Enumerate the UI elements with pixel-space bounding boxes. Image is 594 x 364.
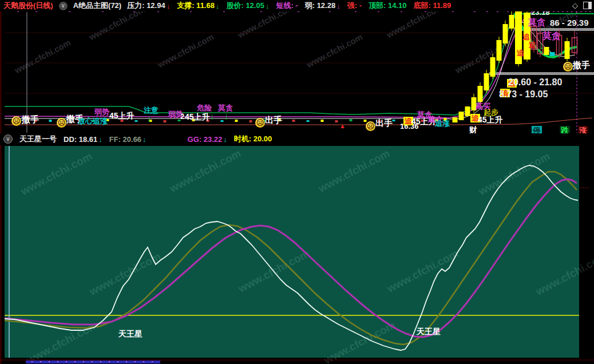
top-field-4: 弱: 12.28↓ (305, 1, 340, 11)
scrollbar-dot (100, 361, 101, 362)
sub-field-1: FF: 20.66↓ (109, 134, 146, 144)
main-indicator-name: A绝品主图(72) (73, 1, 122, 11)
collapse-main-indicator-icon[interactable]: ∨ (59, 2, 68, 10)
collapse-sub-indicator-icon[interactable]: ∨ (3, 134, 13, 144)
watermark: www.cfchi.com (304, 31, 364, 69)
watermark: www.cfchi.com (453, 37, 513, 75)
indicator-panel: www.cfchi.comwww.cfchi.comwww.cfchi.comw… (0, 145, 594, 364)
top-field-3: 短线: - (276, 1, 298, 11)
scrollbar-dot (66, 361, 67, 362)
scrollbar-dot (92, 361, 93, 362)
top-field-6: 顶部: 14.10 (369, 1, 406, 11)
top-field-7: 底部: 11.89 (413, 1, 451, 11)
top-indicator-bar: 天鹅股份(日线) ∨ A绝品主图(72) 压力: 12.94↓支撑: 11.68… (0, 0, 594, 11)
scrollbar-dot (57, 361, 58, 362)
sub-indicator-bar: ∨ 天王星一号 DD: 18.61↓FF: 20.66↓GG: 23.22↓时机… (0, 133, 594, 145)
scrollbar-dot (109, 361, 110, 362)
horizontal-scrollbar[interactable] (26, 361, 160, 363)
main-chart-panel: www.cfchi.comwww.cfchi.comwww.cfchi.comw… (0, 11, 594, 133)
scrollbar-dot (117, 361, 118, 362)
scrollbar-dot (49, 361, 50, 362)
topbar-window-controls: ◇ (572, 1, 592, 10)
main-indicator-fields: 压力: 12.94↓支撑: 11.68↓股价: 12.05↓短线: -弱: 12… (127, 1, 451, 11)
top-field-5: 强: - (347, 1, 362, 11)
sub-field-2: GG: 23.22↓ (188, 134, 227, 144)
scrollbar-dot (74, 361, 76, 362)
watermark: www.cfchi.com (156, 31, 215, 69)
scrollbar-dot (152, 361, 153, 362)
diamond-icon[interactable]: ◇ (572, 1, 578, 10)
sub-indicator-fields: DD: 18.61↓FF: 20.66↓GG: 23.22↓时机: 20.00 (64, 134, 272, 144)
watermark: www.cfchi.com (13, 37, 72, 75)
sub-indicator-name: 天王星一号 (19, 134, 57, 144)
scrollbar-dot (134, 361, 136, 362)
scrollbar-dot (143, 361, 144, 362)
sub-field-0: DD: 18.61↓ (64, 134, 102, 144)
top-field-1: 支撑: 11.68↓ (177, 1, 219, 11)
scrollbar-dot (31, 361, 33, 362)
stock-title: 天鹅股份(日线) (3, 1, 53, 11)
scrollbar-dot (83, 361, 84, 362)
window-layout-icon[interactable] (583, 2, 592, 9)
top-field-2: 股价: 12.05↓ (226, 1, 269, 11)
trading-app-window: 天鹅股份(日线) ∨ A绝品主图(72) 压力: 12.94↓支撑: 11.68… (0, 0, 594, 364)
scrollbar-dot (126, 361, 127, 362)
top-field-0: 压力: 12.94↓ (127, 1, 170, 11)
sub-field-3: 时机: 20.00 (234, 134, 272, 144)
scrollbar-dot (40, 361, 41, 362)
indicator-plot-area (5, 146, 579, 358)
